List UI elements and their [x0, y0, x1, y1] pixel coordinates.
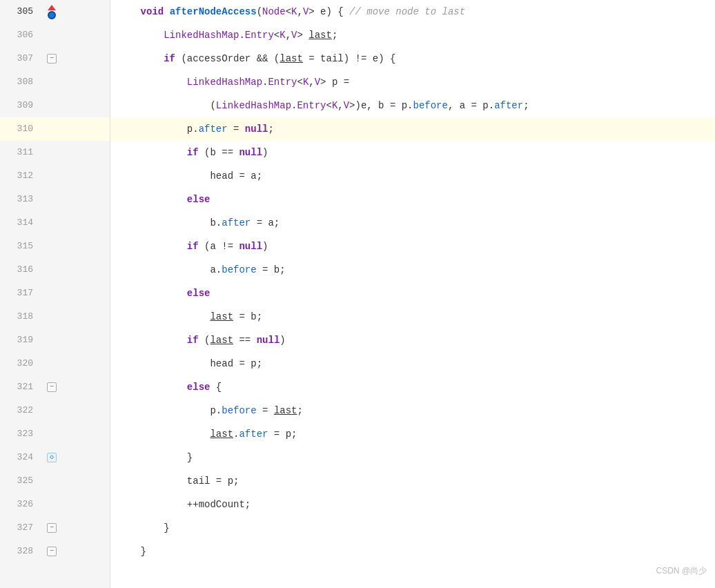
line-row-317: 317	[0, 282, 110, 305]
code-text-310: p.after = null;	[110, 117, 274, 141]
line-number-323: 323	[0, 422, 41, 446]
line-row-314: 314	[0, 211, 110, 235]
line-number-310: 310	[0, 117, 41, 141]
line-row-326: 326	[0, 493, 110, 516]
code-line-309: (LinkedHashMap.Entry<K,V>)e, b = p.befor…	[110, 94, 715, 117]
line-number-320: 320	[0, 352, 41, 375]
line-number-326: 326	[0, 493, 41, 516]
gutter-328: −	[41, 547, 62, 556]
code-text-312: head = a;	[110, 164, 262, 188]
code-text-314: b.after = a;	[110, 211, 280, 235]
line-number-319: 319	[0, 329, 41, 352]
fold-icon-307[interactable]: −	[47, 54, 57, 63]
line-number-321: 321	[0, 375, 41, 399]
fold-icon-328[interactable]: −	[47, 547, 57, 556]
line-number-327: 327	[0, 516, 41, 540]
code-text-321: else {	[110, 375, 222, 399]
line-row-325: 325	[0, 469, 110, 493]
line-numbers-gutter: 305 306 307 − 308 309	[0, 0, 110, 588]
code-text-307: if (accessOrder && (last = tail) != e) {	[110, 47, 395, 70]
code-line-327: }	[110, 516, 715, 540]
arrow-up-icon	[48, 5, 56, 10]
line-number-313: 313	[0, 188, 41, 211]
line-number-317: 317	[0, 282, 41, 305]
line-row-319: 319	[0, 329, 110, 352]
line-number-311: 311	[0, 141, 41, 164]
code-line-320: head = p;	[110, 352, 715, 375]
code-text-327: }	[110, 516, 170, 540]
code-line-315: if (a != null)	[110, 235, 715, 258]
code-line-307: if (accessOrder && (last = tail) != e) {	[110, 47, 715, 70]
code-text-326: ++modCount;	[110, 493, 251, 516]
line-number-324: 324	[0, 446, 41, 469]
code-line-321: else {	[110, 375, 715, 399]
gutter-324: ◇	[41, 453, 62, 462]
line-number-312: 312	[0, 164, 41, 188]
code-text-319: if (last == null)	[110, 329, 286, 352]
code-text-311: if (b == null)	[110, 141, 268, 164]
code-text-323: last.after = p;	[110, 422, 297, 446]
fold-icon-321[interactable]: −	[47, 382, 57, 392]
gutter-305	[41, 5, 62, 19]
line-row-318: 318	[0, 305, 110, 329]
code-area: void afterNodeAccess(Node<K,V> e) { // m…	[110, 0, 715, 588]
line-row-328: 328 −	[0, 540, 110, 563]
line-number-306: 306	[0, 23, 41, 47]
gutter-307: −	[41, 54, 62, 63]
code-line-323: last.after = p;	[110, 422, 715, 446]
code-text-316: a.before = b;	[110, 258, 286, 282]
code-text-315: if (a != null)	[110, 235, 268, 258]
line-row-327: 327 −	[0, 516, 110, 540]
line-row-322: 322	[0, 399, 110, 422]
code-line-322: p.before = last;	[110, 399, 715, 422]
line-row-310: 310	[0, 117, 110, 141]
code-line-311: if (b == null)	[110, 141, 715, 164]
line-number-322: 322	[0, 399, 41, 422]
code-text-317: else	[110, 282, 210, 305]
breakpoint-icon[interactable]	[48, 11, 56, 19]
line-number-308: 308	[0, 70, 41, 94]
code-text-306: LinkedHashMap.Entry<K,V> last;	[110, 23, 337, 47]
code-text-320: head = p;	[110, 352, 262, 375]
gutter-327: −	[41, 523, 62, 533]
code-text-318: last = b;	[110, 305, 262, 329]
line-number-314: 314	[0, 211, 41, 235]
code-text-328: }	[110, 540, 146, 563]
code-line-325: tail = p;	[110, 469, 715, 493]
code-line-308: LinkedHashMap.Entry<K,V> p =	[110, 70, 715, 94]
code-line-324: }	[110, 446, 715, 469]
code-text-322: p.before = last;	[110, 399, 303, 422]
line-row-323: 323	[0, 422, 110, 446]
line-row-324: 324 ◇	[0, 446, 110, 469]
line-row-315: 315	[0, 235, 110, 258]
code-text-313: else	[110, 188, 210, 211]
line-number-328: 328	[0, 540, 41, 563]
code-text-325: tail = p;	[110, 469, 239, 493]
code-line-319: if (last == null)	[110, 329, 715, 352]
code-line-314: b.after = a;	[110, 211, 715, 235]
watermark: CSDN @尚少	[656, 559, 707, 582]
line-row-321: 321 −	[0, 375, 110, 399]
code-editor: 305 306 307 − 308 309	[0, 0, 715, 588]
fold-icon-327[interactable]: −	[47, 523, 57, 533]
bookmark-icon-324[interactable]: ◇	[47, 453, 57, 462]
line-row-306: 306	[0, 23, 110, 47]
code-line-328: }	[110, 540, 715, 563]
line-row-311: 311	[0, 141, 110, 164]
code-line-313: else	[110, 188, 715, 211]
code-line-305: void afterNodeAccess(Node<K,V> e) { // m…	[110, 0, 715, 23]
line-row-316: 316	[0, 258, 110, 282]
line-number-318: 318	[0, 305, 41, 329]
line-number-315: 315	[0, 235, 41, 258]
line-row-307: 307 −	[0, 47, 110, 70]
code-text-305: void afterNodeAccess(Node<K,V> e) { // m…	[110, 0, 465, 23]
code-line-316: a.before = b;	[110, 258, 715, 282]
line-row-312: 312	[0, 164, 110, 188]
code-text-309: (LinkedHashMap.Entry<K,V>)e, b = p.befor…	[110, 94, 529, 117]
line-row-313: 313	[0, 188, 110, 211]
line-row-309: 309	[0, 94, 110, 117]
line-number-305: 305	[0, 0, 41, 23]
line-row-320: 320	[0, 352, 110, 375]
line-number-307: 307	[0, 47, 41, 70]
code-text-324: }	[110, 446, 193, 469]
